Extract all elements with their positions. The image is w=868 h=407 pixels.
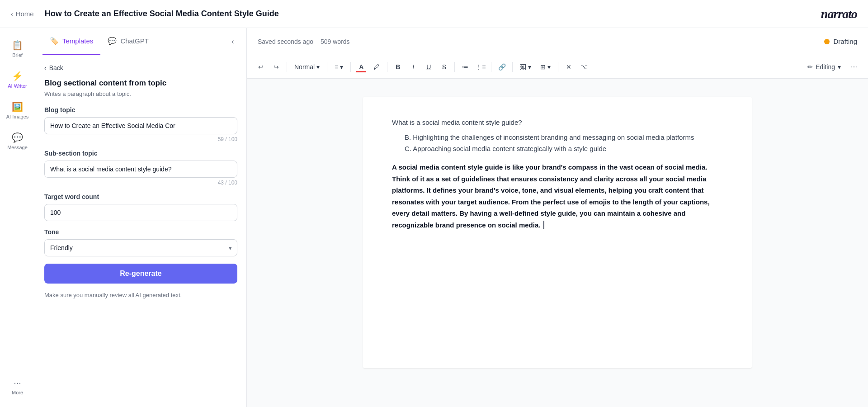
table-icon: ⊞ [540,63,546,71]
alignment-chevron-icon: ▾ [340,63,343,71]
templates-tab-icon: 🏷️ [50,37,59,45]
link-button[interactable]: 🔗 [495,60,509,74]
panel-content: ‹ Back Blog sectional content from topic… [35,55,246,407]
editor-area: Saved seconds ago 509 words Drafting ↩ ↪… [247,28,868,407]
doc-main-paragraph: A social media content style guide is li… [392,161,723,231]
redo-button[interactable]: ↪ [269,60,283,74]
back-button[interactable]: ‹ Back [44,64,237,71]
chatgpt-tab-label: ChatGPT [120,37,149,45]
drafting-dot-icon [824,39,830,44]
sidebar-item-message[interactable]: 💬 Message [2,128,33,155]
subsection-label: Sub-section topic [44,150,237,157]
text-color-button[interactable]: A [354,60,368,74]
word-count-label: Target word count [44,193,237,200]
editor-topbar: Saved seconds ago 509 words Drafting [247,28,868,55]
save-status: Saved seconds ago [258,38,313,45]
blog-topic-label: Blog topic [44,106,237,114]
alignment-dropdown[interactable]: ≡ ▾ [331,60,347,74]
tone-label: Tone [44,228,237,236]
ai-images-icon: 🖼️ [12,101,23,112]
sidebar-ai-writer-label: AI Writer [8,83,27,89]
blog-topic-field-wrapper: Blog topic 59 / 100 [44,106,237,142]
editing-mode-button[interactable]: ✏ Editing ▾ [803,62,845,72]
text-style-label: Normal [294,63,315,71]
narrato-logo: narrato [821,7,857,21]
doc-list-item-c: C. Approaching social media content stra… [401,145,723,152]
panel: 🏷️ Templates 💬 ChatGPT ‹ ‹ Back Blog sec… [35,28,247,407]
editing-chevron-icon: ▾ [838,63,841,71]
brief-icon: 📋 [12,40,23,51]
ai-writer-icon: ⚡ [12,71,23,81]
home-link[interactable]: ‹ Home [11,10,34,18]
editing-label: Editing [816,63,835,71]
top-bar: ‹ Home How to Create an Effective Social… [0,0,868,28]
panel-collapse-button[interactable]: ‹ [226,35,239,48]
message-icon: 💬 [12,132,23,143]
toolbar-separator-8 [558,62,558,72]
sidebar-item-brief[interactable]: 📋 Brief [2,35,33,62]
sidebar-brief-label: Brief [12,52,23,58]
sidebar-message-label: Message [7,145,28,150]
tone-select-wrapper: Friendly Professional Casual Formal ▾ [44,239,237,256]
table-chevron-icon: ▾ [547,63,551,71]
editor-body[interactable]: What is a social media content style gui… [247,79,868,407]
word-count-input[interactable] [44,204,237,221]
word-count-field-wrapper: Target word count [44,193,237,221]
sidebar-item-ai-writer[interactable]: ⚡ AI Writer [2,66,33,93]
bold-button[interactable]: B [391,60,405,74]
document-title: How to Create an Effective Social Media … [45,9,821,19]
doc-list-item-b: B. Highlighting the challenges of incons… [401,133,723,141]
table-dropdown[interactable]: ⊞ ▾ [537,60,554,74]
bullet-list-button[interactable]: ≔ [458,60,472,74]
templates-tab-label: Templates [62,37,93,45]
strikethrough-button[interactable]: S [437,60,451,74]
more-icon: ··· [14,378,21,388]
sidebar-more-label: More [12,390,23,395]
clear-format-button[interactable]: ✕ [562,60,576,74]
more-options-button[interactable]: ⋯ [847,60,861,74]
doc-question: What is a social media content style gui… [392,118,723,126]
left-sidebar: 📋 Brief ⚡ AI Writer 🖼️ AI Images 💬 Messa… [0,28,35,407]
tone-select[interactable]: Friendly Professional Casual Formal [44,239,237,256]
blog-topic-count: 59 / 100 [44,136,237,142]
toolbar-separator-3 [350,62,351,72]
paragraph-text: A social media content style guide is li… [392,163,710,229]
text-color-A-icon: A [359,63,363,71]
regenerate-button[interactable]: Re-generate [44,264,237,284]
numbered-list-button[interactable]: ⋮≡ [474,60,487,74]
image-dropdown[interactable]: 🖼 ▾ [516,60,535,74]
sidebar-item-ai-images[interactable]: 🖼️ AI Images [2,97,33,124]
list-item-b-text: B. Highlighting the challenges of incons… [405,133,694,141]
list-item-c-text: C. Approaching social media content stra… [405,145,606,152]
subsection-count: 43 / 100 [44,180,237,186]
image-icon: 🖼 [520,63,526,71]
chatgpt-tab-icon: 💬 [108,37,117,45]
toolbar-separator-7 [512,62,513,72]
alignment-icon: ≡ [335,63,338,71]
tone-field-wrapper: Tone Friendly Professional Casual Formal… [44,228,237,256]
toolbar-separator-2 [327,62,327,72]
italic-button[interactable]: I [406,60,420,74]
tab-chatgpt[interactable]: 💬 ChatGPT [100,28,156,55]
blog-topic-input[interactable] [44,117,237,134]
tab-templates[interactable]: 🏷️ Templates [42,28,100,55]
word-count-display: 509 words [321,38,350,45]
toolbar-separator-5 [454,62,455,72]
chevron-left-icon: ‹ [11,10,13,18]
drafting-label: Drafting [833,38,857,45]
sidebar-item-more[interactable]: ··· More [2,373,33,400]
subsection-field-wrapper: Sub-section topic 43 / 100 [44,150,237,186]
subsection-input[interactable] [44,161,237,178]
undo-button[interactable]: ↩ [254,60,268,74]
text-style-dropdown[interactable]: Normal ▾ [291,60,323,74]
home-label: Home [16,10,34,18]
toolbar-separator-4 [387,62,387,72]
editor-document[interactable]: What is a social media content style gui… [363,97,752,368]
highlight-button[interactable]: 🖊 [370,60,383,74]
toolbar: ↩ ↪ Normal ▾ ≡ ▾ A 🖊 B I U S ≔ [247,55,868,79]
underline-button[interactable]: U [422,60,435,74]
ai-disclaimer: Make sure you manually review all AI gen… [44,291,237,300]
toolbar-separator-1 [287,62,287,72]
back-label: Back [49,64,63,71]
special-chars-button[interactable]: ⌥ [577,60,591,74]
